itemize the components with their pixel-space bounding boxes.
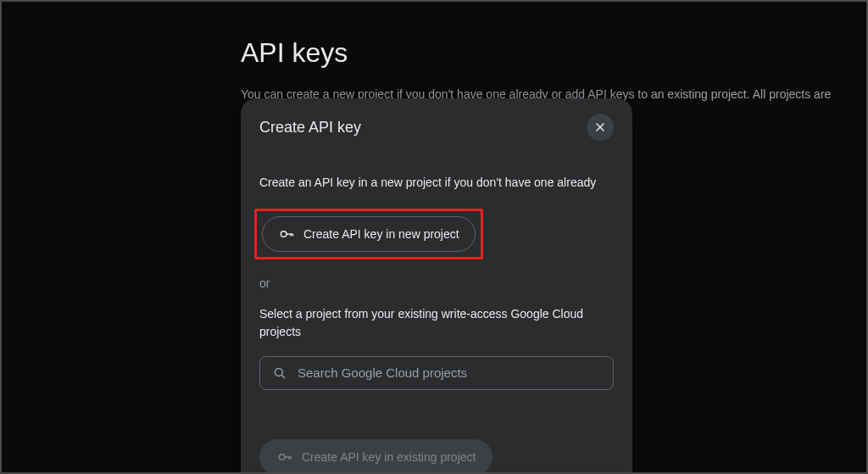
svg-point-2: [281, 231, 287, 237]
create-key-new-project-label: Create API key in new project: [303, 227, 459, 241]
modal-title: Create API key: [259, 119, 361, 137]
create-key-existing-project-label: Create API key in existing project: [302, 450, 476, 464]
select-project-text: Select a project from your existing writ…: [259, 305, 598, 341]
svg-point-8: [279, 454, 285, 460]
search-container[interactable]: [259, 356, 614, 390]
key-icon: [276, 449, 293, 466]
or-label: or: [259, 276, 614, 290]
create-key-existing-project-button[interactable]: Create API key in existing project: [259, 439, 492, 474]
modal-description: Create an API key in a new project if yo…: [259, 175, 614, 192]
highlight-annotation: Create API key in new project: [254, 209, 483, 259]
search-input[interactable]: [298, 365, 601, 380]
close-button[interactable]: [587, 114, 614, 141]
create-api-key-modal: Create API key Create an API key in a ne…: [241, 98, 632, 474]
key-icon: [278, 226, 295, 243]
svg-line-7: [281, 375, 285, 378]
create-key-new-project-button[interactable]: Create API key in new project: [262, 216, 476, 252]
svg-point-6: [275, 368, 282, 376]
search-icon: [272, 365, 287, 381]
close-icon: [593, 120, 607, 134]
page-title: API keys: [241, 37, 866, 69]
